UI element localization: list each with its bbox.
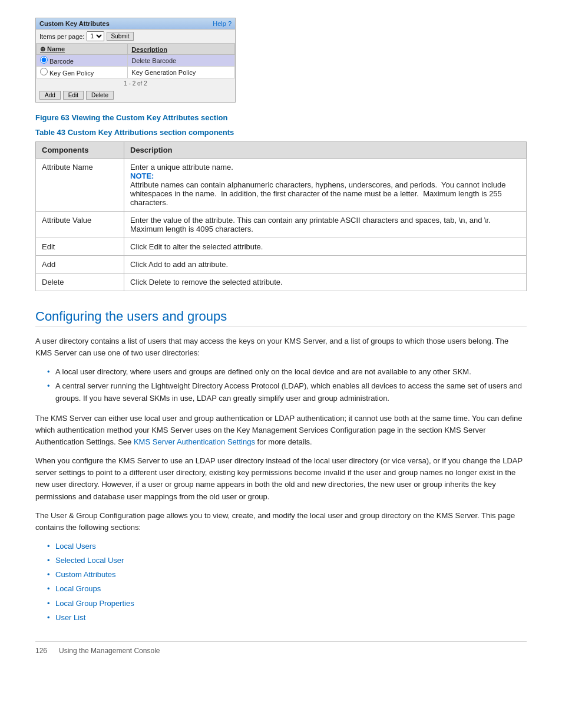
- list-item[interactable]: User List: [47, 612, 527, 624]
- row-name: Key Gen Policy: [37, 67, 128, 78]
- submit-button[interactable]: Submit: [107, 32, 133, 41]
- component-name: Delete: [36, 274, 124, 291]
- component-desc: Click Edit to alter the selected attribu…: [124, 238, 527, 256]
- component-desc: Click Delete to remove the selected attr…: [124, 274, 527, 291]
- table-row: Edit Click Edit to alter the selected at…: [36, 238, 527, 256]
- list-item[interactable]: Local Group Properties: [47, 598, 527, 610]
- screenshot-widget: Custom Key Attributes Help ? Items per p…: [35, 18, 236, 103]
- local-groups-link[interactable]: Local Groups: [55, 584, 101, 593]
- user-list-link[interactable]: User List: [55, 613, 85, 622]
- para2: The KMS Server can either use local user…: [35, 413, 527, 448]
- local-users-link[interactable]: Local Users: [55, 542, 96, 551]
- section-heading: Configuring the users and groups: [35, 309, 527, 327]
- local-group-properties-link[interactable]: Local Group Properties: [55, 599, 134, 608]
- component-name: Attribute Value: [36, 212, 124, 238]
- desc-note: Attribute names can contain alphanumeric…: [130, 180, 505, 207]
- table-row: Add Click Add to add an attribute.: [36, 256, 527, 274]
- desc-intro: Enter a unique attribute name.: [130, 163, 233, 172]
- screenshot-help[interactable]: Help ?: [213, 20, 232, 27]
- component-desc: Click Add to add an attribute.: [124, 256, 527, 274]
- page-footer: 126 Using the Management Console: [35, 641, 527, 655]
- row-desc: Key Generation Policy: [128, 67, 235, 78]
- intro-bullets: A local user directory, where users and …: [47, 366, 527, 404]
- components-header: Components: [36, 142, 124, 159]
- screenshot-footer: Add Edit Delete: [36, 88, 235, 102]
- edit-button[interactable]: Edit: [63, 91, 84, 100]
- component-desc: Enter a unique attribute name. NOTE: Att…: [124, 159, 527, 212]
- list-item[interactable]: Local Groups: [47, 583, 527, 595]
- delete-button[interactable]: Delete: [86, 91, 114, 100]
- description-header: Description: [124, 142, 527, 159]
- custom-attributes-link[interactable]: Custom Attributes: [55, 570, 116, 579]
- intro-para: A user directory contains a list of user…: [35, 335, 527, 359]
- table-row: Delete Click Delete to remove the select…: [36, 274, 527, 291]
- component-name: Add: [36, 256, 124, 274]
- component-name: Attribute Name: [36, 159, 124, 212]
- para3: When you configure the KMS Server to use…: [35, 455, 527, 503]
- items-per-page-label: Items per page:: [39, 33, 84, 40]
- component-name: Edit: [36, 238, 124, 256]
- reference-table: Components Description Attribute Name En…: [35, 141, 527, 291]
- screenshot-title: Custom Key Attributes: [39, 20, 110, 27]
- list-item: A local user directory, where users and …: [47, 366, 527, 378]
- list-item[interactable]: Local Users: [47, 541, 527, 552]
- screenshot-toolbar: Items per page: 10 Submit: [36, 29, 235, 44]
- row-desc: Delete Barcode: [128, 55, 235, 67]
- table-row[interactable]: Key Gen Policy Key Generation Policy: [37, 67, 235, 78]
- pagination: 1 - 2 of 2: [36, 78, 235, 88]
- component-desc: Enter the value of the attribute. This c…: [124, 212, 527, 238]
- list-item: A central server running the Lightweight…: [47, 380, 527, 404]
- add-button[interactable]: Add: [39, 91, 61, 100]
- para4: The User & Group Configuration page allo…: [35, 510, 527, 533]
- figure-caption: Figure 63 Viewing the Custom Key Attribu…: [35, 113, 527, 122]
- description-column-header: Description: [128, 44, 235, 55]
- section-bullets: Local Users Selected Local User Custom A…: [47, 541, 527, 624]
- row-name: Barcode: [37, 55, 128, 67]
- table-row: Attribute Name Enter a unique attribute …: [36, 159, 527, 212]
- table-row: Attribute Value Enter the value of the a…: [36, 212, 527, 238]
- note-label: NOTE:: [130, 172, 154, 180]
- page-number: 126: [35, 647, 47, 655]
- server-auth-link[interactable]: KMS Server Authentication Settings: [134, 437, 255, 446]
- list-item[interactable]: Custom Attributes: [47, 569, 527, 581]
- footer-text: Using the Management Console: [59, 647, 160, 655]
- items-per-page-select[interactable]: 10: [87, 31, 104, 41]
- name-column-header[interactable]: ⊕ Name: [37, 44, 128, 55]
- para2-end: for more details.: [255, 437, 312, 446]
- table-row[interactable]: Barcode Delete Barcode: [37, 55, 235, 67]
- screenshot-titlebar: Custom Key Attributes Help ?: [36, 18, 235, 29]
- table-caption: Table 43 Custom Key Attributions section…: [35, 128, 527, 137]
- list-item[interactable]: Selected Local User: [47, 555, 527, 566]
- attributes-table: ⊕ Name Description Barcode Delete Barcod…: [36, 44, 235, 78]
- selected-local-user-link[interactable]: Selected Local User: [55, 556, 124, 565]
